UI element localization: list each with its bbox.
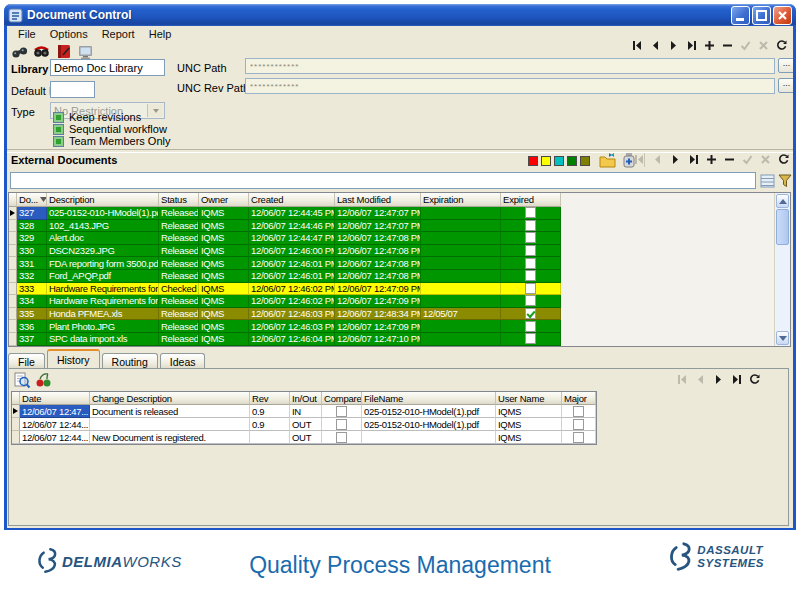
table-row[interactable]: 12/06/07 12:44...0.9OUT025-0152-010-HMod… — [12, 418, 596, 431]
checkbox-unchecked[interactable] — [525, 220, 536, 231]
column-header-filename[interactable]: FileName — [362, 392, 496, 405]
default-ext-input[interactable] — [50, 81, 95, 98]
tab-routing[interactable]: Routing — [102, 353, 158, 368]
menu-options[interactable]: Options — [43, 27, 95, 41]
nav-first-button[interactable] — [630, 39, 645, 52]
column-header-user-name[interactable]: User Name — [496, 392, 562, 405]
checkbox-unchecked[interactable] — [525, 283, 536, 294]
column-header-rev[interactable]: Rev — [250, 392, 290, 405]
nav-refresh-button[interactable] — [774, 39, 789, 52]
maximize-button[interactable] — [752, 6, 771, 25]
nav-next-button[interactable] — [666, 39, 681, 52]
checkbox-keep-revisions[interactable] — [53, 112, 64, 123]
open-folder-icon[interactable] — [599, 152, 617, 170]
unc-rev-path-browse-button[interactable]: ... — [778, 78, 793, 93]
checkbox-unchecked[interactable] — [525, 258, 536, 269]
library-input[interactable] — [50, 59, 165, 76]
table-row[interactable]: 336Plant Photo.JPGReleasedIQMS12/06/07 1… — [9, 320, 790, 333]
scroll-down-button[interactable] — [776, 331, 789, 345]
nav-next-button[interactable] — [711, 373, 726, 386]
unc-path-browse-button[interactable]: ... — [778, 58, 793, 73]
table-row[interactable]: 329Alert.docReleasedIQMS12/06/07 12:44:4… — [9, 232, 790, 245]
doc-created-cell: 12/06/07 12:46:02 PM — [249, 283, 335, 296]
nav-refresh-button[interactable] — [776, 153, 791, 166]
checkbox-checked[interactable] — [525, 308, 536, 319]
column-header-created[interactable]: Created — [249, 193, 335, 207]
nav-last-button[interactable] — [729, 373, 744, 386]
checkbox-unchecked[interactable] — [525, 321, 536, 332]
preview-document-icon[interactable] — [13, 372, 31, 391]
report-icon[interactable] — [55, 43, 72, 60]
checkbox-unchecked[interactable] — [336, 419, 347, 430]
table-row[interactable]: 333Hardware Requirements for EnteChecked… — [9, 283, 790, 296]
app-icon — [8, 8, 23, 23]
menu-help[interactable]: Help — [142, 27, 179, 41]
nav-prev-button[interactable] — [648, 39, 663, 52]
column-header-change-description[interactable]: Change Description — [90, 392, 250, 405]
scrollbar-thumb[interactable] — [776, 209, 789, 245]
checkbox-sequential-workflow[interactable] — [53, 124, 64, 135]
column-header-do[interactable]: Do... — [17, 193, 47, 207]
nav-next-button[interactable] — [668, 153, 683, 166]
column-header-date[interactable]: Date — [20, 392, 90, 405]
binoculars-icon[interactable] — [11, 43, 28, 60]
nav-last-button[interactable] — [684, 39, 699, 52]
table-row[interactable]: 328102_4143.JPGReleasedIQMS12/06/07 12:4… — [9, 220, 790, 233]
table-row[interactable]: 331FDA reporting form 3500.pdfReleasedIQ… — [9, 257, 790, 270]
checkbox-unchecked[interactable] — [573, 432, 584, 443]
filter-funnel-icon[interactable] — [778, 174, 793, 190]
column-header-description[interactable]: Description — [47, 193, 159, 207]
close-button[interactable] — [773, 6, 792, 25]
column-header-compare[interactable]: Compare — [322, 392, 362, 405]
checkbox-unchecked[interactable] — [573, 419, 584, 430]
column-header-major[interactable]: Major — [562, 392, 596, 405]
checkbox-unchecked[interactable] — [525, 207, 536, 218]
column-header-expiration[interactable]: Expiration — [421, 193, 501, 207]
history-filename-cell: 025-0152-010-HModel(1).pdf — [362, 405, 496, 418]
column-header-status[interactable]: Status — [159, 193, 199, 207]
checkbox-team-members-only[interactable] — [53, 136, 64, 147]
list-icon[interactable] — [760, 174, 775, 190]
compare-versions-icon[interactable] — [35, 372, 52, 391]
nav-delete-button[interactable] — [720, 39, 735, 52]
checkbox-unchecked[interactable] — [525, 270, 536, 281]
tab-file[interactable]: File — [8, 353, 45, 368]
doc-expired-cell — [501, 257, 561, 270]
checkbox-unchecked[interactable] — [573, 406, 584, 417]
checkbox-unchecked[interactable] — [525, 295, 536, 306]
title-bar[interactable]: Document Control — [4, 4, 796, 26]
checkbox-unchecked[interactable] — [525, 245, 536, 256]
table-row[interactable]: 12/06/07 12:44...New Document is registe… — [12, 431, 596, 444]
nav-last-button[interactable] — [686, 153, 701, 166]
column-header-last-modified[interactable]: Last Modified — [335, 193, 421, 207]
table-row[interactable]: 334Hardware Requirements for LargRelease… — [9, 295, 790, 308]
column-header-owner[interactable]: Owner — [199, 193, 249, 207]
nav-insert-button[interactable] — [702, 39, 717, 52]
tab-ideas[interactable]: Ideas — [160, 353, 206, 368]
table-row[interactable]: 12/06/07 12:47...Document is released0.9… — [12, 405, 596, 418]
menu-file[interactable]: File — [11, 27, 43, 41]
table-row[interactable]: 327025-0152-010-HModel(1).pdfReleasedIQM… — [9, 207, 790, 220]
vertical-scrollbar[interactable] — [774, 193, 790, 346]
nav-delete-button[interactable] — [722, 153, 737, 166]
checkbox-unchecked[interactable] — [525, 333, 536, 344]
scroll-up-button[interactable] — [776, 194, 789, 208]
goggles-icon[interactable] — [33, 43, 50, 60]
column-header-expired[interactable]: Expired — [501, 193, 561, 207]
screen-icon[interactable] — [77, 43, 94, 60]
minimize-button[interactable] — [731, 6, 750, 25]
nav-insert-button[interactable] — [704, 153, 719, 166]
checkbox-unchecked[interactable] — [336, 406, 347, 417]
column-header-in-out[interactable]: In/Out — [290, 392, 322, 405]
table-row[interactable]: 337SPC data import.xlsReleasedIQMS12/06/… — [9, 333, 790, 346]
table-row[interactable]: 330DSCN2329.JPGReleasedIQMS12/06/07 12:4… — [9, 245, 790, 258]
doc-owner-cell: IQMS — [199, 232, 249, 245]
tab-history[interactable]: History — [47, 349, 100, 368]
menu-report[interactable]: Report — [95, 27, 142, 41]
checkbox-unchecked[interactable] — [336, 432, 347, 443]
nav-refresh-button[interactable] — [747, 373, 762, 386]
documents-filter-input[interactable] — [10, 172, 756, 189]
table-row[interactable]: 335Honda PFMEA.xlsReleasedIQMS12/06/07 1… — [9, 308, 790, 321]
table-row[interactable]: 332Ford_APQP.pdfReleasedIQMS12/06/07 12:… — [9, 270, 790, 283]
checkbox-unchecked[interactable] — [525, 232, 536, 243]
